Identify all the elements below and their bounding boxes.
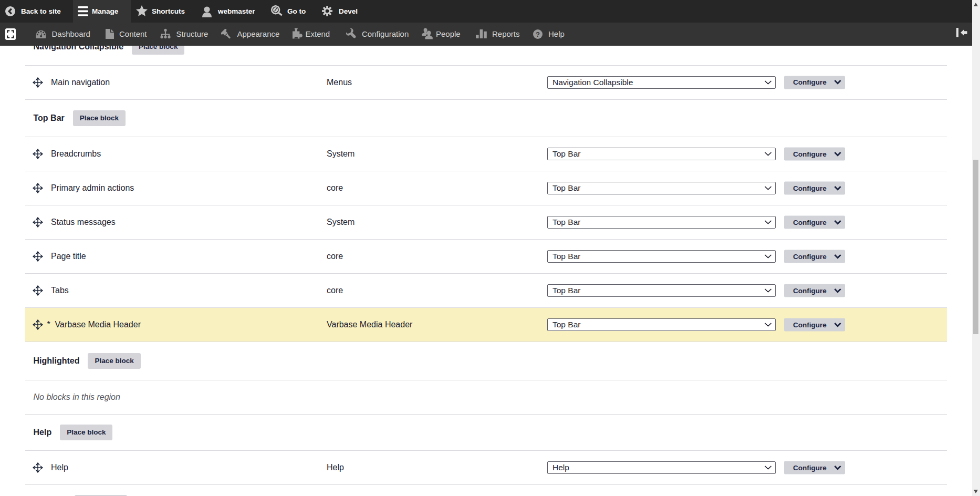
svg-text:?: ?: [536, 30, 540, 38]
